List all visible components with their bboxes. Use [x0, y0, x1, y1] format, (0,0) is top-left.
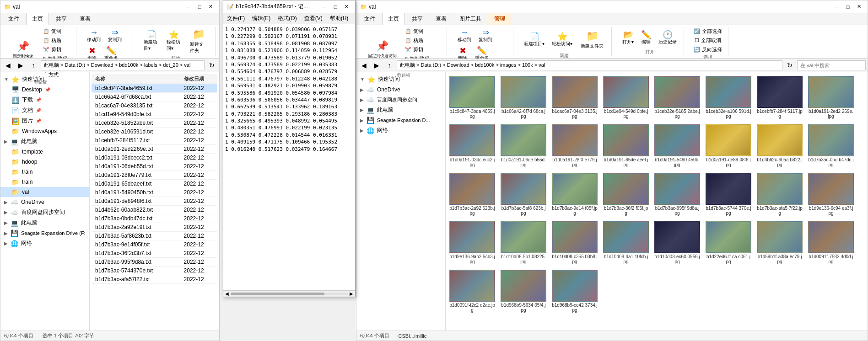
image-item[interactable]: b1d0a191-2ed2 269e.jpg — [808, 76, 854, 119]
file-row[interactable]: b1c66a42-6f7d68ca.txt2022-12 — [92, 93, 217, 101]
image-item[interactable]: b1d59b1f-a38a ec79.jpg — [757, 221, 803, 264]
image-item[interactable]: b1cac6a7-04e3 3135.jpg — [552, 76, 598, 119]
right-back-button[interactable]: ◀ — [358, 60, 369, 71]
image-item[interactable]: b1d0a191-06de b55d.jpg — [501, 124, 546, 167]
notepad-menu-help[interactable]: 帮助(H) — [326, 13, 352, 24]
left-sidebar-onedrive[interactable]: ▶ ☁️ OneDrive — [0, 197, 89, 207]
right-newfolder-button[interactable]: 📁 新建文件夹 — [577, 27, 608, 53]
file-row[interactable]: b1d7b3ac-5af8623b.txt2022-12 — [92, 232, 217, 240]
right-sidebar-thispc[interactable]: ▶ 💻 此电脑 — [356, 105, 445, 115]
right-moveto-button[interactable]: → 移动到 — [454, 27, 474, 44]
left-sidebar-windowsapps[interactable]: 📁 WindowsApps — [0, 126, 89, 136]
image-item[interactable]: b1d7b3ac-2a92 623b.jpg — [449, 173, 495, 216]
file-row[interactable]: b1d0a191-2ed2269e.txt2022-12 — [92, 145, 217, 154]
left-sidebar-thispc[interactable]: ▶ 💻 此电脑 — [0, 136, 89, 147]
image-item[interactable]: b1ceb32e-a106 591d.jpg — [706, 76, 751, 119]
image-item[interactable]: b1d9e136-6c94 ea3f.jpg — [808, 173, 854, 216]
left-newfolder-button[interactable]: 📁 新建文件夹 — [186, 27, 211, 55]
left-forward-button[interactable]: ▶ — [15, 60, 26, 71]
notepad-hscroll[interactable] — [231, 293, 348, 295]
left-back-button[interactable]: ◀ — [2, 60, 13, 71]
right-refresh-button[interactable]: ↻ — [784, 60, 795, 71]
right-cut-button[interactable]: ✂️ 剪切 — [403, 45, 443, 54]
right-address-path[interactable]: 此电脑 > Data (D:) > Download > bdd100k > i… — [397, 60, 782, 70]
file-row[interactable]: b1d0a191-65deaeef.txt2022-12 — [92, 180, 217, 188]
image-item[interactable]: b1d7b3ac-5744 370e.jpg — [706, 173, 751, 216]
image-item[interactable]: b1ceb32e-5185 2abe.jpg — [654, 76, 700, 119]
right-sidebar-onedrive[interactable]: ▶ ☁️ OneDrive — [356, 85, 445, 95]
right-minimize-button[interactable]: ─ — [832, 3, 842, 11]
left-sidebar-quickaccess[interactable]: ▼ ⭐ 快速访问 — [0, 74, 89, 85]
left-sidebar-template[interactable]: 📁 template — [0, 147, 89, 157]
file-row[interactable]: b1d7b3ac-0bdb47dc.txt2022-12 — [92, 214, 217, 223]
image-item[interactable]: b1d968b9-5634 05f4.jpg — [501, 270, 546, 313]
notepad-menu-edit[interactable]: 编辑(E) — [248, 13, 274, 24]
right-edit-button[interactable]: ✏️ 编辑 — [638, 29, 654, 47]
right-tab-file[interactable]: 文件 — [358, 13, 381, 25]
right-easyaccess-button[interactable]: ⭐ 轻松访问▾ — [549, 31, 576, 48]
left-tab-view[interactable]: 查看 — [74, 13, 97, 25]
file-row[interactable]: b1d0a191-de8948f6.txt2022-12 — [92, 197, 217, 206]
left-sidebar-hdoop[interactable]: 📁 hdoop — [0, 157, 89, 167]
file-row[interactable]: b1d7b3ac-995f9d8a.txt2022-12 — [92, 258, 217, 266]
file-row[interactable]: b1c9c847-3bda4659.txt2022-12 — [92, 84, 217, 93]
file-row[interactable]: b1d0a191-06deb55d.txt2022-12 — [92, 162, 217, 171]
right-newitem-button[interactable]: 📄 新建项目▾ — [521, 31, 548, 48]
right-history-button[interactable]: 🕐 历史记录 — [655, 29, 680, 47]
notepad-menu-file[interactable]: 文件(F) — [223, 13, 248, 24]
left-paste-button[interactable]: 📋 粘贴 — [41, 36, 73, 45]
notepad-scrollbar[interactable]: ◀ ▶ — [223, 290, 355, 297]
left-minimize-button[interactable]: ─ — [183, 3, 194, 11]
right-tab-home[interactable]: 主页 — [382, 13, 405, 25]
right-paste-button[interactable]: 📋 粘贴 — [403, 36, 443, 45]
right-deselectall-button[interactable]: ☐ 全部取消 — [692, 36, 723, 45]
file-row[interactable]: b1d0a191-5490450b.txt2022-12 — [92, 188, 217, 197]
right-maximize-button[interactable]: □ — [843, 3, 853, 11]
left-sidebar-thispc2[interactable]: ▶ 💻 此电脑 — [0, 218, 89, 228]
left-copyto-button[interactable]: ⇒ 复制到 — [105, 27, 125, 44]
left-sidebar-train1[interactable]: 📁 train — [0, 167, 89, 177]
image-item[interactable]: b1d9e136-9ab2 5cb3.jpg — [449, 221, 495, 264]
image-item[interactable]: b1d22ed6-f1ca c061.jpg — [706, 221, 751, 264]
file-row[interactable]: b1cac6a7-04e33135.txt2022-12 — [92, 101, 217, 110]
image-item[interactable]: b1d0a191-5490 450b.jpg — [654, 124, 700, 167]
left-sidebar-network[interactable]: ▶ 🌐 网络 — [0, 238, 89, 249]
image-item[interactable]: b1d968b9-ce42 3734.jpg — [552, 270, 598, 313]
image-item[interactable]: b1d4b62c-60aa b822.jpg — [757, 124, 803, 167]
notepad-maximize-button[interactable]: □ — [330, 3, 340, 11]
file-row[interactable]: b1d7b3ac-5744370e.txt2022-12 — [92, 266, 217, 275]
left-tab-home[interactable]: 主页 — [26, 13, 49, 25]
file-row[interactable]: b1d7b3ac-9e14f05f.txt2022-12 — [92, 240, 217, 249]
left-tab-file[interactable]: 文件 — [2, 13, 25, 25]
left-tab-share[interactable]: 共享 — [50, 13, 73, 25]
notepad-minimize-button[interactable]: ─ — [319, 3, 329, 11]
right-copyto-button[interactable]: ⇒ 复制到 — [475, 27, 496, 44]
right-forward-button[interactable]: ▶ — [371, 60, 382, 71]
file-row[interactable]: b1d7b3ac-2a92e19f.txt2022-12 — [92, 223, 217, 232]
image-item[interactable]: b1d7b3ac-afa5 7f22.jpg — [757, 173, 803, 216]
left-address-path[interactable]: 此电脑 > Data (D:) > Download > bdd100k > l… — [41, 60, 205, 70]
image-item[interactable]: b1d10d08-5b1 08225.jpg — [501, 221, 546, 264]
right-copy-button[interactable]: 📋 复制 — [403, 27, 443, 36]
image-item[interactable]: b1d0091f-7582 4d0d.jpg — [808, 221, 854, 264]
image-item[interactable]: b1d10d08-ec60 0956.jpg — [654, 221, 700, 264]
file-row[interactable]: b1d0a191-03dcecc2.txt2022-12 — [92, 154, 217, 162]
file-row[interactable]: b1ceb32e-a106591d.txt2022-12 — [92, 128, 217, 136]
left-sidebar-seagate[interactable]: ▶ 💾 Seagate Expansion Drive (F: — [0, 228, 89, 238]
right-tab-share[interactable]: 共享 — [406, 13, 429, 25]
image-item[interactable]: b1d10d08-c355 03b8.jpg — [552, 221, 598, 264]
image-item[interactable]: b1c9c847-3bda 4659.jpg — [449, 76, 495, 119]
file-row[interactable]: b1d7b3ac-afa57f22.txt2022-12 — [92, 275, 217, 284]
left-sidebar-documents[interactable]: 📄 文档 📌 — [0, 105, 89, 116]
left-sidebar-train2[interactable]: 📁 train — [0, 177, 89, 187]
left-sidebar-pictures[interactable]: 🖼️ 图片 📌 — [0, 116, 89, 126]
file-row[interactable]: b1d4b62c-60aab822.txt2022-12 — [92, 206, 217, 214]
image-item[interactable]: b1d7b3ac-9e14 f05f.jpg — [552, 173, 598, 216]
right-tab-picturetools[interactable]: 图片工具 — [453, 13, 487, 25]
image-item[interactable]: b1d10d08-da1 10fcb.jpg — [603, 221, 649, 264]
image-item[interactable]: b1d7b3ac-5af8 623b.jpg — [501, 173, 546, 216]
image-item[interactable]: b1d0a191-03dc ecc2.jpg — [449, 124, 495, 167]
notepad-menu-format[interactable]: 格式(O) — [274, 13, 300, 24]
right-tab-manage[interactable]: 管理 — [488, 13, 511, 25]
left-cut-button[interactable]: ✂️ 剪切 — [41, 45, 73, 54]
